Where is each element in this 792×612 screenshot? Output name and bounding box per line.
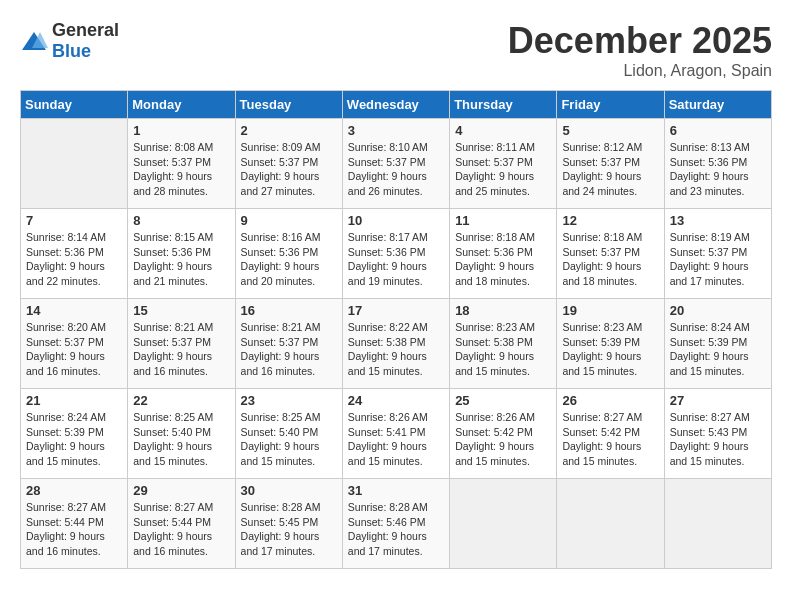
day-info: Sunrise: 8:15 AM Sunset: 5:36 PM Dayligh… — [133, 230, 229, 289]
day-info: Sunrise: 8:17 AM Sunset: 5:36 PM Dayligh… — [348, 230, 444, 289]
day-cell: 9Sunrise: 8:16 AM Sunset: 5:36 PM Daylig… — [235, 209, 342, 299]
header: General Blue December 2025 Lidon, Aragon… — [20, 20, 772, 80]
day-info: Sunrise: 8:26 AM Sunset: 5:42 PM Dayligh… — [455, 410, 551, 469]
day-number: 8 — [133, 213, 229, 228]
days-of-week-row: SundayMondayTuesdayWednesdayThursdayFrid… — [21, 91, 772, 119]
logo: General Blue — [20, 20, 119, 62]
day-cell: 10Sunrise: 8:17 AM Sunset: 5:36 PM Dayli… — [342, 209, 449, 299]
day-info: Sunrise: 8:23 AM Sunset: 5:39 PM Dayligh… — [562, 320, 658, 379]
day-info: Sunrise: 8:18 AM Sunset: 5:36 PM Dayligh… — [455, 230, 551, 289]
day-number: 15 — [133, 303, 229, 318]
day-info: Sunrise: 8:27 AM Sunset: 5:44 PM Dayligh… — [133, 500, 229, 559]
calendar-body: 1Sunrise: 8:08 AM Sunset: 5:37 PM Daylig… — [21, 119, 772, 569]
day-info: Sunrise: 8:16 AM Sunset: 5:36 PM Dayligh… — [241, 230, 337, 289]
day-info: Sunrise: 8:27 AM Sunset: 5:42 PM Dayligh… — [562, 410, 658, 469]
day-cell: 3Sunrise: 8:10 AM Sunset: 5:37 PM Daylig… — [342, 119, 449, 209]
day-header-wednesday: Wednesday — [342, 91, 449, 119]
day-cell: 30Sunrise: 8:28 AM Sunset: 5:45 PM Dayli… — [235, 479, 342, 569]
day-cell: 7Sunrise: 8:14 AM Sunset: 5:36 PM Daylig… — [21, 209, 128, 299]
day-cell — [557, 479, 664, 569]
day-number: 27 — [670, 393, 766, 408]
day-info: Sunrise: 8:21 AM Sunset: 5:37 PM Dayligh… — [133, 320, 229, 379]
day-header-sunday: Sunday — [21, 91, 128, 119]
day-cell: 11Sunrise: 8:18 AM Sunset: 5:36 PM Dayli… — [450, 209, 557, 299]
day-number: 7 — [26, 213, 122, 228]
day-info: Sunrise: 8:23 AM Sunset: 5:38 PM Dayligh… — [455, 320, 551, 379]
day-info: Sunrise: 8:25 AM Sunset: 5:40 PM Dayligh… — [133, 410, 229, 469]
day-number: 24 — [348, 393, 444, 408]
day-number: 14 — [26, 303, 122, 318]
day-cell: 8Sunrise: 8:15 AM Sunset: 5:36 PM Daylig… — [128, 209, 235, 299]
title-area: December 2025 Lidon, Aragon, Spain — [508, 20, 772, 80]
day-info: Sunrise: 8:28 AM Sunset: 5:46 PM Dayligh… — [348, 500, 444, 559]
day-cell: 14Sunrise: 8:20 AM Sunset: 5:37 PM Dayli… — [21, 299, 128, 389]
day-cell — [21, 119, 128, 209]
day-cell: 16Sunrise: 8:21 AM Sunset: 5:37 PM Dayli… — [235, 299, 342, 389]
day-cell: 5Sunrise: 8:12 AM Sunset: 5:37 PM Daylig… — [557, 119, 664, 209]
day-info: Sunrise: 8:12 AM Sunset: 5:37 PM Dayligh… — [562, 140, 658, 199]
day-number: 1 — [133, 123, 229, 138]
day-info: Sunrise: 8:25 AM Sunset: 5:40 PM Dayligh… — [241, 410, 337, 469]
location: Lidon, Aragon, Spain — [508, 62, 772, 80]
day-cell: 15Sunrise: 8:21 AM Sunset: 5:37 PM Dayli… — [128, 299, 235, 389]
day-number: 13 — [670, 213, 766, 228]
day-cell: 12Sunrise: 8:18 AM Sunset: 5:37 PM Dayli… — [557, 209, 664, 299]
week-row-2: 7Sunrise: 8:14 AM Sunset: 5:36 PM Daylig… — [21, 209, 772, 299]
day-cell: 13Sunrise: 8:19 AM Sunset: 5:37 PM Dayli… — [664, 209, 771, 299]
day-number: 5 — [562, 123, 658, 138]
day-cell: 25Sunrise: 8:26 AM Sunset: 5:42 PM Dayli… — [450, 389, 557, 479]
day-info: Sunrise: 8:08 AM Sunset: 5:37 PM Dayligh… — [133, 140, 229, 199]
day-cell: 4Sunrise: 8:11 AM Sunset: 5:37 PM Daylig… — [450, 119, 557, 209]
day-number: 6 — [670, 123, 766, 138]
day-number: 3 — [348, 123, 444, 138]
day-info: Sunrise: 8:27 AM Sunset: 5:43 PM Dayligh… — [670, 410, 766, 469]
day-info: Sunrise: 8:24 AM Sunset: 5:39 PM Dayligh… — [670, 320, 766, 379]
day-number: 10 — [348, 213, 444, 228]
day-cell: 24Sunrise: 8:26 AM Sunset: 5:41 PM Dayli… — [342, 389, 449, 479]
day-cell: 22Sunrise: 8:25 AM Sunset: 5:40 PM Dayli… — [128, 389, 235, 479]
day-number: 19 — [562, 303, 658, 318]
day-number: 28 — [26, 483, 122, 498]
day-number: 20 — [670, 303, 766, 318]
day-info: Sunrise: 8:22 AM Sunset: 5:38 PM Dayligh… — [348, 320, 444, 379]
calendar-table: SundayMondayTuesdayWednesdayThursdayFrid… — [20, 90, 772, 569]
day-cell: 17Sunrise: 8:22 AM Sunset: 5:38 PM Dayli… — [342, 299, 449, 389]
day-info: Sunrise: 8:09 AM Sunset: 5:37 PM Dayligh… — [241, 140, 337, 199]
week-row-5: 28Sunrise: 8:27 AM Sunset: 5:44 PM Dayli… — [21, 479, 772, 569]
month-title: December 2025 — [508, 20, 772, 62]
logo-general: General — [52, 20, 119, 40]
day-number: 29 — [133, 483, 229, 498]
day-cell: 29Sunrise: 8:27 AM Sunset: 5:44 PM Dayli… — [128, 479, 235, 569]
week-row-4: 21Sunrise: 8:24 AM Sunset: 5:39 PM Dayli… — [21, 389, 772, 479]
week-row-1: 1Sunrise: 8:08 AM Sunset: 5:37 PM Daylig… — [21, 119, 772, 209]
day-number: 26 — [562, 393, 658, 408]
day-number: 12 — [562, 213, 658, 228]
day-number: 9 — [241, 213, 337, 228]
day-cell: 28Sunrise: 8:27 AM Sunset: 5:44 PM Dayli… — [21, 479, 128, 569]
day-number: 22 — [133, 393, 229, 408]
day-number: 30 — [241, 483, 337, 498]
day-number: 2 — [241, 123, 337, 138]
logo-icon — [20, 30, 48, 52]
day-cell: 27Sunrise: 8:27 AM Sunset: 5:43 PM Dayli… — [664, 389, 771, 479]
day-cell: 20Sunrise: 8:24 AM Sunset: 5:39 PM Dayli… — [664, 299, 771, 389]
calendar-header: SundayMondayTuesdayWednesdayThursdayFrid… — [21, 91, 772, 119]
day-info: Sunrise: 8:28 AM Sunset: 5:45 PM Dayligh… — [241, 500, 337, 559]
day-info: Sunrise: 8:13 AM Sunset: 5:36 PM Dayligh… — [670, 140, 766, 199]
day-number: 21 — [26, 393, 122, 408]
day-info: Sunrise: 8:27 AM Sunset: 5:44 PM Dayligh… — [26, 500, 122, 559]
day-info: Sunrise: 8:24 AM Sunset: 5:39 PM Dayligh… — [26, 410, 122, 469]
day-header-friday: Friday — [557, 91, 664, 119]
day-cell: 26Sunrise: 8:27 AM Sunset: 5:42 PM Dayli… — [557, 389, 664, 479]
day-cell — [450, 479, 557, 569]
day-cell: 21Sunrise: 8:24 AM Sunset: 5:39 PM Dayli… — [21, 389, 128, 479]
day-cell: 18Sunrise: 8:23 AM Sunset: 5:38 PM Dayli… — [450, 299, 557, 389]
day-cell — [664, 479, 771, 569]
day-number: 25 — [455, 393, 551, 408]
day-number: 31 — [348, 483, 444, 498]
day-number: 17 — [348, 303, 444, 318]
day-info: Sunrise: 8:19 AM Sunset: 5:37 PM Dayligh… — [670, 230, 766, 289]
day-info: Sunrise: 8:14 AM Sunset: 5:36 PM Dayligh… — [26, 230, 122, 289]
day-info: Sunrise: 8:21 AM Sunset: 5:37 PM Dayligh… — [241, 320, 337, 379]
day-info: Sunrise: 8:20 AM Sunset: 5:37 PM Dayligh… — [26, 320, 122, 379]
